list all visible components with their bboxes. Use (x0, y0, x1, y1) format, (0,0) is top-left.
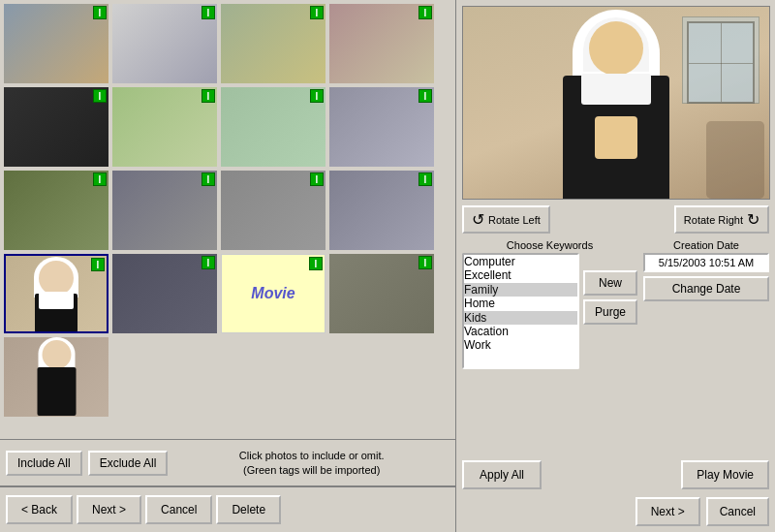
bottom-nav-bar: < Back Next > Cancel Delete (0, 485, 455, 532)
photo-tag-3: I (310, 6, 324, 19)
right-nav-row: Next > Cancel (462, 497, 769, 526)
photo-cell-3[interactable]: I (221, 4, 326, 83)
keyword-vacation[interactable]: Vacation (464, 325, 577, 338)
photo-cell-4[interactable]: I (329, 4, 434, 83)
photo-tag-12: I (418, 172, 432, 186)
photo-grid-container[interactable]: I I I I I (0, 0, 455, 439)
photo-cell-16[interactable]: I (329, 254, 434, 333)
rotate-left-arrow-icon: ↺ (472, 210, 484, 229)
left-panel: I I I I I (0, 0, 455, 532)
photo-cell-10[interactable]: I (112, 171, 217, 250)
photo-cell-17[interactable] (4, 337, 108, 417)
keyword-buttons-col: New Purge (583, 270, 637, 369)
photo-cell-2[interactable]: I (112, 4, 217, 83)
photo-tag-14: I (202, 256, 215, 269)
photo-cell-11[interactable]: I (221, 171, 326, 250)
purge-keyword-button[interactable]: Purge (583, 299, 637, 325)
right-next-button[interactable]: Next > (636, 497, 700, 526)
rotate-right-arrow-icon: ↻ (747, 210, 760, 229)
change-date-button[interactable]: Change Date (643, 276, 769, 301)
movie-cell[interactable]: Movie I (221, 254, 326, 333)
photo-cell-5[interactable]: I (4, 87, 108, 167)
rotate-left-label: Rotate Left (488, 214, 541, 226)
rotate-left-button[interactable]: ↺ Rotate Left (462, 205, 550, 234)
photo-tag-5: I (93, 89, 107, 103)
rotate-right-button[interactable]: Rotate Right ↻ (674, 205, 769, 234)
keywords-list[interactable]: Computer Excellent Family Home Kids Vaca… (462, 253, 579, 369)
photo-cell-14[interactable]: I (112, 254, 217, 333)
photo-tag-11: I (310, 172, 324, 186)
photo-cell-13[interactable]: I (4, 254, 108, 333)
photo-tag-16: I (418, 256, 432, 269)
photo-tag-4: I (418, 6, 432, 19)
photo-tag-7: I (310, 89, 324, 103)
photo-cell-12[interactable]: I (329, 171, 434, 250)
right-panel: ↺ Rotate Left Rotate Right ↻ Choose Keyw… (455, 0, 775, 532)
photo-cell-6[interactable]: I (112, 87, 217, 167)
exclude-all-button[interactable]: Exclude All (88, 451, 169, 476)
photo-cell-1[interactable]: I (4, 4, 108, 83)
keyword-computer[interactable]: Computer (464, 255, 577, 268)
photo-tag-2: I (202, 6, 215, 19)
new-keyword-button[interactable]: New (583, 270, 637, 296)
cancel-button[interactable]: Cancel (145, 495, 212, 524)
photo-tag-10: I (202, 172, 215, 186)
photo-tag-8: I (418, 89, 432, 103)
apply-all-button[interactable]: Apply All (462, 460, 542, 489)
creation-date-value: 5/15/2003 10:51 AM (643, 253, 769, 272)
keywords-section: Choose Keywords Computer Excellent Famil… (462, 239, 637, 453)
keyword-excellent[interactable]: Excellent (464, 268, 577, 282)
photo-tag-9: I (93, 172, 107, 186)
date-section: Creation Date 5/15/2003 10:51 AM Change … (643, 239, 769, 453)
play-movie-button[interactable]: Play Movie (681, 460, 769, 489)
apply-play-row: Apply All Play Movie (462, 456, 769, 489)
keyword-work[interactable]: Work (464, 338, 577, 352)
keywords-and-buttons: Computer Excellent Family Home Kids Vaca… (462, 253, 637, 369)
photo-grid: I I I I I (4, 4, 451, 417)
bottom-bar: Include All Exclude All Click photos to … (0, 439, 455, 485)
keyword-home[interactable]: Home (464, 297, 577, 310)
keyword-family[interactable]: Family (464, 283, 577, 297)
next-button[interactable]: Next > (77, 495, 141, 524)
movie-cell-label: Movie (251, 285, 294, 302)
movie-tag: I (309, 257, 323, 270)
rotate-right-label: Rotate Right (684, 214, 743, 226)
delete-button[interactable]: Delete (216, 495, 281, 524)
photo-tag-1: I (93, 6, 107, 19)
keyword-kids[interactable]: Kids (464, 311, 577, 325)
keywords-section-label: Choose Keywords (462, 239, 637, 251)
rotate-row: ↺ Rotate Left Rotate Right ↻ (462, 203, 769, 235)
keywords-date-row: Choose Keywords Computer Excellent Famil… (462, 239, 769, 453)
photo-tag-13: I (91, 258, 105, 271)
preview-image (462, 6, 770, 200)
creation-date-label: Creation Date (643, 239, 769, 251)
hint-text: Click photos to include or omit. (Green … (173, 449, 450, 477)
photo-cell-8[interactable]: I (329, 87, 434, 167)
back-button[interactable]: < Back (6, 495, 73, 524)
photo-tag-6: I (202, 89, 215, 103)
photo-cell-9[interactable]: I (4, 171, 108, 250)
photo-cell-7[interactable]: I (221, 87, 326, 167)
include-all-button[interactable]: Include All (6, 451, 82, 476)
right-cancel-button[interactable]: Cancel (706, 497, 769, 526)
